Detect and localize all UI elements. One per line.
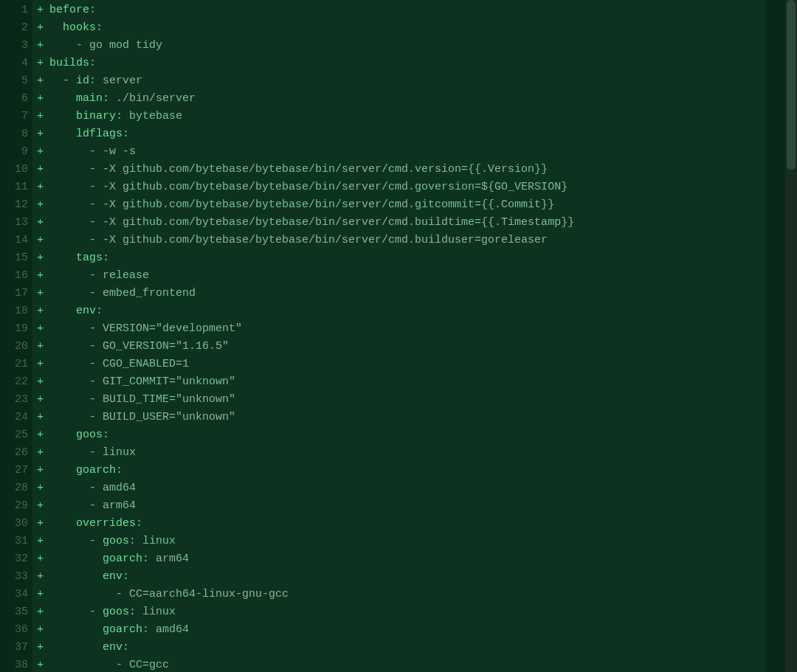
code-line[interactable]: + env: [32,568,766,586]
code-line[interactable]: + - embed_frontend [32,285,766,302]
code-line[interactable]: + env: [32,302,766,320]
code-line[interactable]: + - goos: linux [32,533,766,550]
yaml-value: : server [89,75,142,87]
vertical-scrollbar-track[interactable] [785,0,797,672]
code-line[interactable]: + - BUILD_USER="unknown" [32,409,766,426]
code-line[interactable]: + - -X github.com/bytebase/bytebase/bin/… [32,179,766,196]
code-line[interactable]: + - amd64 [32,479,766,497]
diff-add-marker: + [32,621,49,639]
code-line[interactable]: + - CC=gcc [32,657,766,672]
line-number: 17 [3,285,28,302]
diff-add-marker: + [32,479,49,497]
line-number: 6 [3,90,28,108]
code-line[interactable]: + binary: bytebase [32,108,766,125]
line-number: 30 [3,515,28,533]
line-number: 14 [3,232,28,249]
yaml-key: goos [103,606,129,618]
line-content: - embed_frontend [49,285,196,302]
line-content: - GO_VERSION="1.16.5" [49,338,229,356]
line-content: main: ./bin/server [49,90,196,108]
code-line[interactable]: + - -X github.com/bytebase/bytebase/bin/… [32,196,766,214]
diff-add-marker: + [32,55,49,72]
code-line[interactable]: + env: [32,639,766,657]
yaml-value: - amd64 [49,482,136,494]
yaml-value: : linux [129,606,176,618]
line-number: 24 [3,409,28,426]
code-line[interactable]: + goarch: [32,462,766,479]
yaml-value [49,92,76,105]
line-number: 22 [3,373,28,391]
code-line[interactable]: + - -X github.com/bytebase/bytebase/bin/… [32,214,766,232]
yaml-value: - CC=gcc [49,659,169,671]
code-line[interactable]: + - GIT_COMMIT="unknown" [32,373,766,391]
code-line[interactable]: + - CGO_ENABLED=1 [32,356,766,373]
line-content: env: [49,568,129,586]
yaml-value [49,128,76,140]
yaml-value: - go mod tidy [49,39,162,52]
yaml-value: : [103,429,109,441]
diff-add-marker: + [32,232,49,249]
line-content: - VERSION="development" [49,320,242,338]
code-line[interactable]: + tags: [32,249,766,267]
yaml-value: - embed_frontend [49,287,196,299]
code-line[interactable]: + ldflags: [32,125,766,143]
code-line[interactable]: + goos: [32,426,766,444]
line-content: - CGO_ENABLED=1 [49,356,189,373]
code-line[interactable]: + - go mod tidy [32,37,766,55]
line-number: 2 [3,19,28,37]
vertical-scrollbar-thumb[interactable] [787,0,796,170]
code-line[interactable]: + hooks: [32,19,766,37]
yaml-value: - GO_VERSION="1.16.5" [49,340,229,353]
line-content: goarch: arm64 [49,550,189,568]
code-line[interactable]: + goarch: amd64 [32,621,766,639]
code-line[interactable]: + - VERSION="development" [32,320,766,338]
code-line[interactable]: + - goos: linux [32,603,766,621]
yaml-key: env [76,305,96,317]
line-number: 11 [3,179,28,196]
code-line[interactable]: + - -X github.com/bytebase/bytebase/bin/… [32,161,766,179]
code-line[interactable]: + - -X github.com/bytebase/bytebase/bin/… [32,232,766,249]
diff-add-marker: + [32,515,49,533]
line-content: ldflags: [49,125,129,143]
line-number: 5 [3,72,28,90]
yaml-key: id [76,75,89,87]
code-line[interactable]: + - id: server [32,72,766,90]
line-content: - release [49,267,149,285]
yaml-value: : [123,570,129,583]
line-content: - CC=aarch64-linux-gnu-gcc [49,586,289,603]
line-number: 31 [3,533,28,550]
code-line[interactable]: + goarch: arm64 [32,550,766,568]
yaml-value: - [49,535,103,547]
yaml-value: - arm64 [49,499,136,512]
code-line[interactable]: + - GO_VERSION="1.16.5" [32,338,766,356]
diff-add-marker: + [32,161,49,179]
yaml-value [49,305,76,317]
diff-add-marker: + [32,179,49,196]
line-content: goarch: [49,462,123,479]
code-line[interactable]: + - arm64 [32,497,766,515]
line-number-gutter: 1234567891011121314151617181920212223242… [0,0,32,672]
code-line[interactable]: + - CC=aarch64-linux-gnu-gcc [32,586,766,603]
code-line[interactable]: + - BUILD_TIME="unknown" [32,391,766,409]
code-line[interactable]: + main: ./bin/server [32,90,766,108]
code-line[interactable]: + overrides: [32,515,766,533]
code-line[interactable]: +before: [32,1,766,19]
yaml-value: - BUILD_USER="unknown" [49,411,235,423]
yaml-key: goarch [76,464,116,477]
yaml-value: - [49,606,103,618]
code-line[interactable]: +builds: [32,55,766,72]
code-line[interactable]: + - linux [32,444,766,462]
yaml-value: - -w -s [49,145,136,158]
code-content-area[interactable]: +before:+ hooks:+ - go mod tidy+builds:+… [32,0,766,672]
yaml-value: - -X github.com/bytebase/bytebase/bin/se… [49,198,554,211]
yaml-value: : bytebase [116,110,182,122]
line-content: - goos: linux [49,603,176,621]
code-line[interactable]: + - -w -s [32,143,766,161]
yaml-value: - release [49,269,149,282]
diff-add-marker: + [32,462,49,479]
diff-add-marker: + [32,356,49,373]
yaml-value: - -X github.com/bytebase/bytebase/bin/se… [49,234,548,246]
yaml-value: - CGO_ENABLED=1 [49,358,189,370]
code-line[interactable]: + - release [32,267,766,285]
yaml-value: - VERSION="development" [49,322,242,335]
